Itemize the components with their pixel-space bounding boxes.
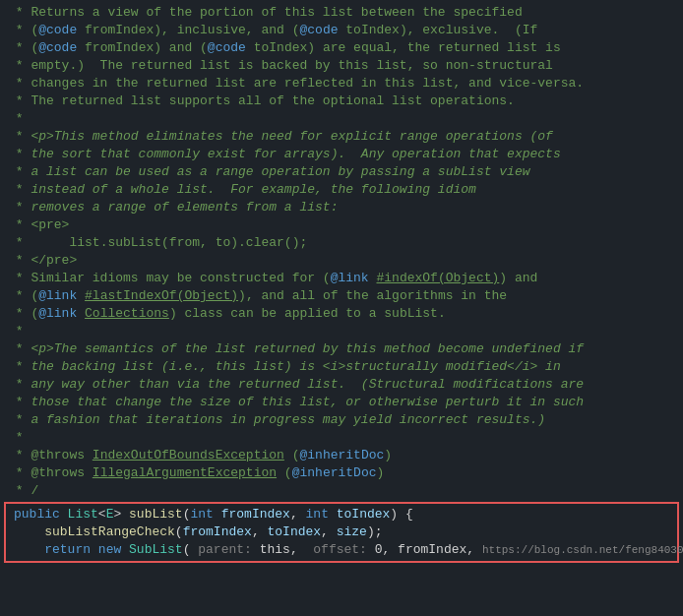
code-line-17: * (@link #lastIndexOf(Object)), and all … <box>0 287 683 305</box>
code-line-return: return new SubList( parent: this, offset… <box>6 541 677 559</box>
code-line-2: * (@code fromIndex), inclusive, and (@co… <box>0 22 683 39</box>
code-line-4: * empty.) The returned list is backed by… <box>0 57 683 75</box>
code-line-24: * a fashion that iterations in progress … <box>0 411 683 429</box>
code-line-10: * a list can be used as a range operatio… <box>0 163 683 181</box>
code-line-method-signature: public List<E> subList(int fromIndex, in… <box>6 506 677 524</box>
code-line-25: * <box>0 429 683 447</box>
code-line-12: * removes a range of elements from a lis… <box>0 199 683 216</box>
code-line-3: * (@code fromIndex) and (@code toIndex) … <box>0 39 683 57</box>
code-line-14: * list.subList(from, to).clear(); <box>0 234 683 252</box>
code-line-23: * those that change the size of this lis… <box>0 394 683 411</box>
code-line-20: * <p>The semantics of the list returned … <box>0 340 683 358</box>
code-line-22: * any way other than via the returned li… <box>0 376 683 394</box>
code-line-26: * @throws IndexOutOfBoundsException (@in… <box>0 447 683 464</box>
code-line-21: * the backing list (i.e., this list) is … <box>0 358 683 376</box>
code-line-range-check: subListRangeCheck(fromIndex, toIndex, si… <box>6 524 677 541</box>
code-line-9: * the sort that commonly exist for array… <box>0 146 683 163</box>
code-line-16: * Similar idioms may be constructed for … <box>0 270 683 287</box>
code-editor: * Returns a view of the portion of this … <box>0 0 683 616</box>
code-line-19: * <box>0 323 683 340</box>
code-line-5: * changes in the returned list are refle… <box>0 75 683 92</box>
code-line-6: * The returned list supports all of the … <box>0 92 683 110</box>
code-line-15: * </pre> <box>0 252 683 270</box>
code-line-8: * <p>This method eliminates the need for… <box>0 128 683 146</box>
code-line-11: * instead of a whole list. For example, … <box>0 181 683 199</box>
code-line-18: * (@link Collections) class can be appli… <box>0 305 683 323</box>
code-line-13: * <pre> <box>0 216 683 234</box>
code-line-1: * Returns a view of the portion of this … <box>0 4 683 22</box>
code-line-27: * @throws IllegalArgumentException (@inh… <box>0 464 683 482</box>
code-line-28: * / <box>0 482 683 500</box>
code-line-7: * <box>0 110 683 128</box>
